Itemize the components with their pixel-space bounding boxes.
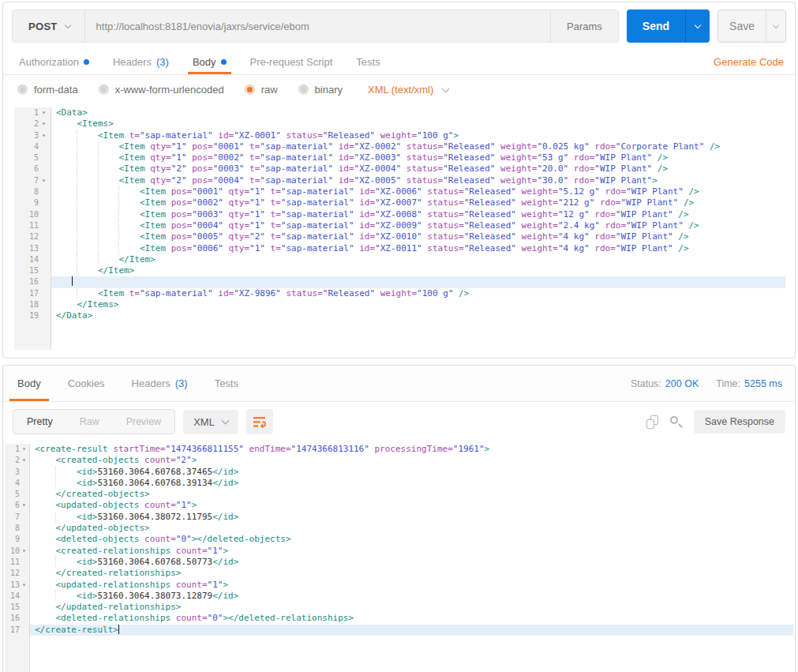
code-line-5[interactable]: 5 </created-objects> (6, 489, 793, 500)
fold-arrow-icon[interactable]: ▾ (39, 130, 49, 141)
url-input[interactable] (85, 10, 550, 42)
tab-label: Tests (356, 56, 380, 68)
send-options-button[interactable] (685, 9, 710, 43)
language-selector[interactable]: XML (text/xml) (368, 84, 448, 96)
code-line-16[interactable]: 16 (14, 276, 785, 287)
line-number: 12 (10, 568, 20, 579)
wrap-text-icon (253, 416, 266, 428)
response-tabs-row: BodyCookiesHeaders(3)Tests Status: 200 O… (3, 366, 795, 402)
search-icon[interactable] (669, 415, 683, 429)
request-body-editor[interactable]: 1▾<Data>2▾ <Items>3▾ <Item t="sap-materi… (14, 107, 785, 350)
code-line-8[interactable]: 8 </updated-objects> (6, 523, 793, 534)
code-line-18[interactable]: 18 </Items> (14, 299, 785, 310)
url-row: POST Params Send Save (3, 2, 795, 49)
indent-guide (55, 467, 56, 478)
view-mode-preview[interactable]: Preview (113, 410, 174, 434)
indent-guide (77, 288, 77, 299)
generate-code-link[interactable]: Generate Code (714, 49, 784, 74)
fold-arrow-icon[interactable]: ▾ (20, 444, 28, 455)
response-tab-tests[interactable]: Tests (207, 366, 246, 401)
params-button[interactable]: Params (550, 10, 618, 42)
request-tab-tests[interactable]: Tests (351, 49, 384, 74)
code-line-11[interactable]: 11 <id>53160.3064.60768.50773</id> (6, 557, 793, 568)
code-line-5[interactable]: 5 <Item qty="1" pos="0002" t="sap-materi… (14, 152, 785, 163)
body-type-x-www-form-urlencoded[interactable]: x-www-form-urlencoded (99, 84, 224, 96)
code-line-12[interactable]: 12 </created-relationships> (6, 568, 793, 579)
view-mode-pretty[interactable]: Pretty (13, 410, 66, 434)
code-line-2[interactable]: 2▾ <Items> (14, 118, 785, 130)
code-line-1[interactable]: 1▾<Data> (14, 107, 785, 118)
save-options-button[interactable] (766, 10, 785, 42)
code-line-2[interactable]: 2▾ <created-objects count="2"> (6, 455, 793, 466)
code-line-3[interactable]: 3 <id>53160.3064.60768.37465</id> (6, 467, 793, 478)
request-tab-body[interactable]: Body (188, 49, 231, 74)
code-line-4[interactable]: 4 <Item qty="1" pos="0001" t="sap-materi… (14, 141, 785, 152)
code-line-9[interactable]: 9 <deleted-objects count="0"></deleted-o… (6, 534, 793, 545)
wrap-text-button[interactable] (246, 409, 273, 434)
code-line-12[interactable]: 12 <Item pos="0005" qty="2" t="sap-mater… (14, 231, 785, 242)
indent-guide (98, 175, 99, 186)
code-line-3[interactable]: 3▾ <Item t="sap-material" id="XZ-0001" s… (14, 130, 785, 141)
gutter-cell: 1▾ (14, 107, 51, 118)
line-number: 10 (10, 546, 20, 557)
code-line-10[interactable]: 10▾ <created-relationships count="1"> (6, 546, 793, 557)
code-line-17[interactable]: 17 <Item t="sap-material" id="XZ-9896" s… (14, 288, 785, 299)
response-language-selector[interactable]: XML (183, 410, 238, 434)
line-number: 19 (29, 310, 39, 321)
method-select[interactable]: POST (13, 10, 85, 42)
save-button[interactable]: Save (718, 10, 766, 42)
code-line-14[interactable]: 14 </Item> (14, 254, 785, 265)
indent-guide (77, 197, 77, 208)
code-line-16[interactable]: 16 <deleted-relationships count="0"></de… (6, 613, 793, 624)
indent-guide (98, 197, 99, 208)
code-text: <Item t="sap-material" id="XZ-0001" stat… (51, 130, 785, 141)
code-line-17[interactable]: 17</create-result> (6, 625, 793, 636)
fold-arrow-icon[interactable]: ▾ (39, 118, 49, 130)
code-line-7[interactable]: 7▾ <Item qty="2" pos="0004" t="sap-mater… (14, 175, 785, 186)
body-type-form-data[interactable]: form-data (17, 84, 78, 96)
code-line-14[interactable]: 14 <id>53160.3064.38073.12879</id> (6, 591, 793, 602)
code-line-13[interactable]: 13 <Item pos="0006" qty="1" t="sap-mater… (14, 243, 785, 254)
body-type-raw[interactable]: raw (245, 84, 278, 96)
response-tabs: BodyCookiesHeaders(3)Tests (9, 366, 257, 401)
gutter-cell: 12 (14, 231, 51, 242)
code-line-15[interactable]: 15 </updated-relationships> (6, 602, 793, 613)
code-line-6[interactable]: 6 <Item qty="2" pos="0003" t="sap-materi… (14, 163, 785, 175)
indent-guide (98, 231, 99, 242)
fold-arrow-icon[interactable]: ▾ (39, 107, 49, 118)
response-tab-body[interactable]: Body (9, 366, 49, 401)
gutter-cell: 7▾ (14, 175, 51, 186)
fold-arrow-icon[interactable]: ▾ (39, 175, 49, 186)
save-response-button[interactable]: Save Response (694, 410, 785, 434)
tab-label: Body (193, 56, 216, 68)
code-line-1[interactable]: 1▾<create-result startTime="147436681115… (6, 444, 793, 455)
code-line-11[interactable]: 11 <Item pos="0004" qty="1" t="sap-mater… (14, 220, 785, 231)
line-number: 17 (10, 625, 20, 636)
code-line-19[interactable]: 19</Data> (14, 310, 785, 321)
code-line-15[interactable]: 15 </Item> (14, 265, 785, 276)
code-text: <Data> (51, 107, 785, 118)
copy-icon[interactable] (646, 415, 658, 429)
code-line-9[interactable]: 9 <Item pos="0002" qty="1" t="sap-materi… (14, 197, 785, 208)
code-line-10[interactable]: 10 <Item pos="0003" qty="1" t="sap-mater… (14, 209, 785, 220)
body-type-binary[interactable]: binary (298, 84, 343, 96)
fold-arrow-icon[interactable]: ▾ (20, 500, 28, 511)
request-tab-headers[interactable]: Headers(3) (108, 49, 174, 74)
code-line-8[interactable]: 8 <Item pos="0001" qty="1" t="sap-materi… (14, 186, 785, 197)
request-tab-authorization[interactable]: Authorization (14, 49, 94, 74)
fold-arrow-icon[interactable]: ▾ (20, 546, 28, 557)
request-tab-pre-request-script[interactable]: Pre-request Script (245, 49, 338, 74)
fold-arrow-icon[interactable]: ▾ (20, 580, 28, 591)
response-tab-cookies[interactable]: Cookies (60, 366, 113, 401)
code-line-4[interactable]: 4 <id>53160.3064.60768.39134</id> (6, 478, 793, 489)
response-tab-headers[interactable]: Headers(3) (124, 366, 196, 401)
code-text: <Item qty="1" pos="0002" t="sap-material… (51, 152, 785, 163)
status-label: Status: (631, 378, 661, 389)
view-mode-raw[interactable]: Raw (66, 410, 113, 434)
response-body-editor[interactable]: 1▾<create-result startTime="147436681115… (6, 444, 793, 672)
code-line-6[interactable]: 6▾ <updated-objects count="1"> (6, 500, 793, 511)
code-line-7[interactable]: 7 <id>53160.3064.38072.11795</id> (6, 512, 793, 523)
code-line-13[interactable]: 13▾ <updated-relationships count="1"> (6, 580, 793, 591)
send-button[interactable]: Send (627, 9, 685, 43)
fold-arrow-icon[interactable]: ▾ (20, 455, 28, 466)
